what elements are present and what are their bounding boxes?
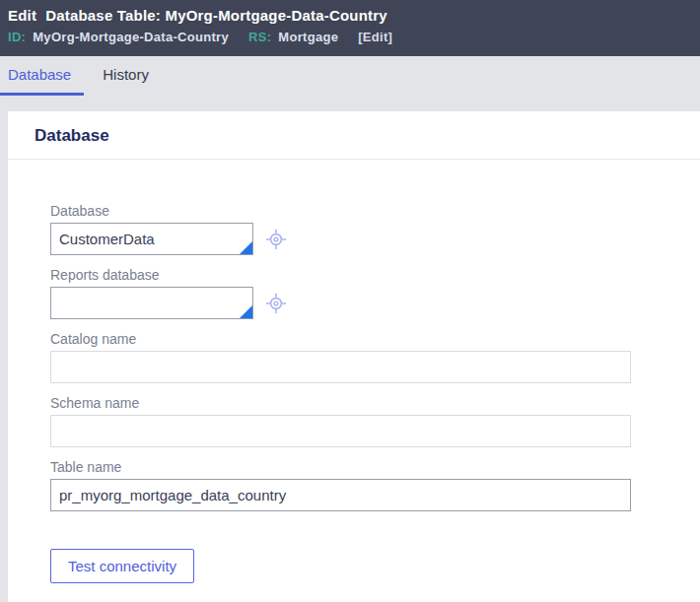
autocomplete-corner-icon [240,241,252,254]
field-database: Database [50,203,700,255]
tab-history-label: History [103,66,149,83]
content-card: Database Database [8,111,700,602]
ruleset-value: Mortgage [278,30,338,44]
table-name-field-label: Table name [50,459,700,475]
crosshair-target-icon[interactable] [265,229,287,250]
field-table-name: Table name [50,459,700,511]
field-catalog-name: Catalog name [50,331,700,383]
section-title: Database [8,111,700,159]
reports-database-input[interactable] [50,287,253,319]
page-title: Database Table: MyOrg-Mortgage-Data-Coun… [45,7,387,24]
catalog-name-field-label: Catalog name [50,331,700,347]
field-schema-name: Schema name [50,395,700,447]
id-value: MyOrg-Mortgage-Data-Country [33,30,229,44]
database-input[interactable] [50,223,253,255]
schema-name-input[interactable] [50,415,631,447]
tab-history[interactable]: History [84,56,163,96]
id-label: ID: [8,30,26,44]
titlebar: EditDatabase Table: MyOrg-Mortgage-Data-… [0,0,700,56]
field-reports-database: Reports database [50,267,700,319]
tab-database-label: Database [8,66,71,83]
tab-bar: Database History [0,56,700,111]
page-title-row: EditDatabase Table: MyOrg-Mortgage-Data-… [8,7,690,24]
tab-database[interactable]: Database [0,56,84,96]
rule-meta-row: ID: MyOrg-Mortgage-Data-Country RS: Mort… [8,30,690,44]
catalog-name-input[interactable] [50,351,631,383]
ruleset-label: RS: [248,30,271,44]
ruleset-edit-link[interactable]: [Edit] [358,30,392,44]
database-field-label: Database [50,203,700,219]
page-title-action: Edit [8,7,36,24]
database-form: Database [8,160,700,583]
crosshair-target-icon[interactable] [265,293,287,314]
table-name-input[interactable] [50,479,631,511]
test-connectivity-button[interactable]: Test connectivity [50,549,194,583]
schema-name-field-label: Schema name [50,395,700,411]
reports-database-field-label: Reports database [50,267,700,283]
autocomplete-corner-icon [240,305,252,318]
